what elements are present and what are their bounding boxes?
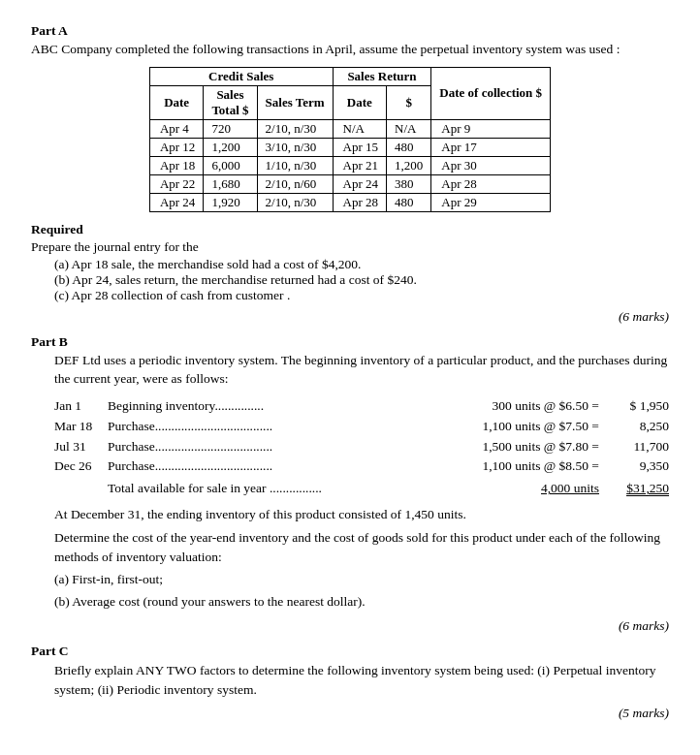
part-a-heading: Part A bbox=[31, 23, 669, 39]
table-cell: 480 bbox=[387, 138, 431, 156]
table-cell: Apr 17 bbox=[431, 138, 551, 156]
table-cell: 1,200 bbox=[204, 138, 257, 156]
inventory-row: Mar 18Purchase..........................… bbox=[54, 417, 669, 437]
table-cell: 480 bbox=[387, 193, 431, 211]
table-cell: 380 bbox=[387, 174, 431, 193]
table-cell: Apr 30 bbox=[431, 156, 551, 174]
table-cell: Apr 29 bbox=[431, 193, 551, 211]
inventory-table: Jan 1Beginning inventory...............3… bbox=[54, 396, 669, 500]
total-label: Total available for sale in year .......… bbox=[108, 479, 422, 499]
part-c-content: Briefly explain ANY TWO factors to deter… bbox=[54, 661, 669, 701]
inv-desc: Purchase................................… bbox=[108, 456, 422, 477]
credit-sales-header: Credit Sales bbox=[149, 67, 333, 85]
inv-value: $ 1,950 bbox=[611, 396, 669, 417]
part-b-method-a: (a) First-in, first-out; bbox=[54, 570, 669, 589]
inv-date: Jul 31 bbox=[54, 437, 108, 457]
table-cell: 6,000 bbox=[204, 156, 257, 174]
required-item-a: (a) Apr 18 sale, the merchandise sold ha… bbox=[54, 257, 669, 272]
total-value: $31,250 bbox=[611, 479, 669, 499]
table-cell: Apr 21 bbox=[333, 156, 386, 174]
table-cell: 2/10, n/60 bbox=[257, 174, 333, 193]
table-cell: Apr 4 bbox=[149, 119, 203, 138]
required-intro: Prepare the journal entry for the bbox=[31, 239, 669, 255]
table-cell: Apr 12 bbox=[149, 138, 203, 156]
transactions-table: Credit Sales Sales Return Date of collec… bbox=[149, 67, 551, 212]
table-cell: 720 bbox=[204, 119, 257, 138]
date-collection-header: Date of collection $ bbox=[431, 67, 551, 119]
inventory-row: Jan 1Beginning inventory...............3… bbox=[54, 396, 669, 417]
required-item-c: (c) Apr 28 collection of cash from custo… bbox=[54, 288, 669, 303]
return-date-col-header: Date bbox=[333, 85, 386, 119]
part-b-text2: Determine the cost of the year-end inven… bbox=[54, 528, 669, 568]
required-heading: Required bbox=[31, 222, 669, 237]
inv-units: 1,100 units @ $7.50 = bbox=[422, 417, 611, 437]
table-cell: Apr 24 bbox=[333, 174, 386, 193]
part-c-heading: Part C bbox=[31, 644, 669, 659]
inv-date: Dec 26 bbox=[54, 456, 108, 477]
part-c-text: Briefly explain ANY TWO factors to deter… bbox=[54, 661, 669, 701]
required-items: (a) Apr 18 sale, the merchandise sold ha… bbox=[54, 257, 669, 303]
part-b-method-b: (b) Average cost (round your answers to … bbox=[54, 592, 669, 612]
table-cell: Apr 22 bbox=[149, 174, 203, 193]
inv-date: Jan 1 bbox=[54, 396, 108, 417]
table-cell: 1,680 bbox=[204, 174, 257, 193]
sales-term-col-header: Sales Term bbox=[257, 85, 333, 119]
part-b-content: DEF Ltd uses a periodic inventory system… bbox=[54, 352, 669, 613]
table-cell: Apr 24 bbox=[149, 193, 203, 211]
inventory-row: Dec 26Purchase..........................… bbox=[54, 456, 669, 477]
table-cell: Apr 28 bbox=[431, 174, 551, 193]
table-cell: 2/10, n/30 bbox=[257, 119, 333, 138]
inventory-total-row: Total available for sale in year .......… bbox=[54, 479, 669, 499]
part-c-marks: (5 marks) bbox=[31, 706, 669, 721]
total-units: 4,000 units bbox=[422, 479, 611, 499]
part-b-marks: (6 marks) bbox=[31, 618, 669, 634]
inv-value: 9,350 bbox=[611, 456, 669, 477]
table-cell: 1,200 bbox=[387, 156, 431, 174]
inv-units: 1,100 units @ $8.50 = bbox=[422, 456, 611, 477]
inventory-row: Jul 31Purchase..........................… bbox=[54, 437, 669, 457]
table-cell: 2/10, n/30 bbox=[257, 193, 333, 211]
inv-value: 11,700 bbox=[611, 437, 669, 457]
part-a-marks: (6 marks) bbox=[31, 309, 669, 325]
required-item-b: (b) Apr 24, sales return, the merchandis… bbox=[54, 272, 669, 288]
part-b-intro: DEF Ltd uses a periodic inventory system… bbox=[54, 352, 669, 389]
inv-value: 8,250 bbox=[611, 417, 669, 437]
table-cell: 3/10, n/30 bbox=[257, 138, 333, 156]
inv-date: Mar 18 bbox=[54, 417, 108, 437]
inv-desc: Beginning inventory............... bbox=[108, 396, 422, 417]
part-c-section: Part C Briefly explain ANY TWO factors t… bbox=[31, 644, 669, 722]
date-col-header: Date bbox=[149, 85, 203, 119]
table-cell: Apr 18 bbox=[149, 156, 203, 174]
part-a-section: Part A ABC Company completed the followi… bbox=[31, 23, 669, 325]
table-cell: N/A bbox=[333, 119, 386, 138]
table-cell: 1,920 bbox=[204, 193, 257, 211]
table-cell: Apr 28 bbox=[333, 193, 386, 211]
sales-return-header: Sales Return bbox=[333, 67, 431, 85]
part-b-section: Part B DEF Ltd uses a periodic inventory… bbox=[31, 334, 669, 634]
inv-desc: Purchase................................… bbox=[108, 437, 422, 457]
part-a-intro: ABC Company completed the following tran… bbox=[31, 41, 669, 59]
sales-total-col-header: SalesTotal $ bbox=[204, 85, 257, 119]
return-amount-col-header: $ bbox=[387, 85, 431, 119]
inv-units: 1,500 units @ $7.80 = bbox=[422, 437, 611, 457]
table-cell: Apr 9 bbox=[431, 119, 551, 138]
part-b-text: At December 31, the ending inventory of … bbox=[54, 505, 669, 612]
table-cell: N/A bbox=[387, 119, 431, 138]
table-cell: 1/10, n/30 bbox=[257, 156, 333, 174]
part-b-text1: At December 31, the ending inventory of … bbox=[54, 505, 669, 524]
inv-units: 300 units @ $6.50 = bbox=[422, 396, 611, 417]
table-cell: Apr 15 bbox=[333, 138, 386, 156]
part-b-heading: Part B bbox=[31, 334, 669, 350]
inv-desc: Purchase................................… bbox=[108, 417, 422, 437]
